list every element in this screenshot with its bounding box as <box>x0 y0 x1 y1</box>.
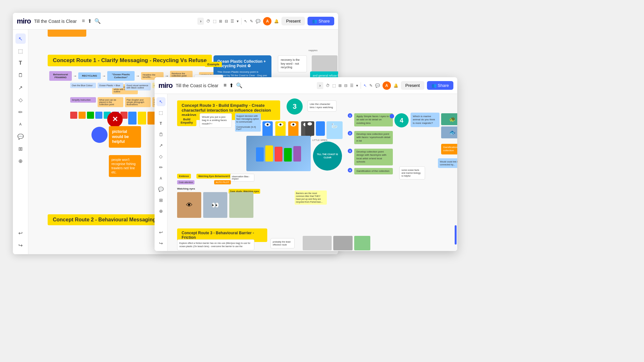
barriers-text-box: Barriers are the most common litter that… <box>295 190 327 205</box>
tool-pen[interactable]: ✏ <box>15 107 26 117</box>
ocean-box-title: Ocean Plastic Collection + Recycling Poi… <box>217 59 268 68</box>
support-box-2: Communicate (Is it) Fun? <box>235 125 261 132</box>
tool-redo[interactable]: ↪ <box>15 240 26 250</box>
icon-sq-4 <box>95 112 102 119</box>
front-separator <box>361 82 361 89</box>
front-search-icon[interactable]: 🔍 <box>236 82 242 88</box>
back-table-icon: ⊟ <box>225 19 228 23</box>
tool-cursor[interactable]: ↖ <box>15 33 26 44</box>
front-tool-connect[interactable]: ↗ <box>156 141 166 150</box>
back-share-button[interactable]: 👥 Share <box>308 17 334 25</box>
auto-pilot-sticky: AUTO PILOT <box>214 180 231 184</box>
tool-text2[interactable]: A <box>15 119 26 129</box>
front-tool-comment[interactable]: 💬 <box>156 185 166 194</box>
tool-frame2[interactable]: ⊞ <box>15 144 26 154</box>
icon-sq-1 <box>70 112 77 119</box>
right-scrollbar[interactable] <box>455 225 457 245</box>
front-nav-icon[interactable]: › <box>317 82 323 89</box>
character-bins <box>262 121 311 137</box>
tool-frames[interactable]: ⬚ <box>15 46 26 56</box>
some-ocean-sticky: some ocean facts and marine biology is h… <box>399 166 425 180</box>
front-tool-redo[interactable]: ↪ <box>156 239 166 248</box>
no-icon: ✕ <box>107 112 123 127</box>
front-upload-icon[interactable]: ⬆ <box>229 82 233 88</box>
front-list-icon: ☰ <box>350 83 354 88</box>
turtle-photo: 🐢 <box>441 113 457 125</box>
tool-text[interactable]: T <box>15 58 26 68</box>
front-tool-sticky[interactable]: 🗒 <box>156 130 166 139</box>
people-sticky: people won't recognise fishing trawlers … <box>109 155 141 177</box>
bin-pupil-3 <box>292 124 294 125</box>
observation-bias-box: observation Bias - impact <box>230 174 254 181</box>
back-nav-left[interactable]: › <box>197 18 204 25</box>
front-bell-icon[interactable]: 🔔 <box>393 83 398 88</box>
front-tool-undo[interactable]: ↩ <box>156 228 166 237</box>
photo-bins <box>256 145 301 162</box>
simplify-box: Simplify Instruction <box>70 97 96 103</box>
pb-1 <box>256 147 264 162</box>
eyes-photo-3 <box>229 192 253 218</box>
menu-icon[interactable]: ≡ <box>82 18 85 24</box>
front-tool-cursor[interactable]: ↖ <box>156 97 166 106</box>
watching-eyes-photos: 👁 👀 <box>177 192 253 218</box>
tool-undo[interactable]: ↩ <box>15 228 26 238</box>
front-tool-frames[interactable]: ⬚ <box>156 108 166 117</box>
tool-zoom[interactable]: ⊕ <box>15 156 26 166</box>
back-cursor-icon[interactable]: ↖ <box>244 19 247 23</box>
back-user-avatar: A <box>263 17 271 25</box>
front-comment-icon[interactable]: 💬 <box>375 83 380 88</box>
bin-large-blue: 🦢 <box>327 121 343 139</box>
tool-sticky[interactable]: 🗒 <box>15 70 26 80</box>
front-more-icon[interactable]: ▾ <box>356 83 358 88</box>
grab-attention-sticky: Grab attention <box>177 180 194 184</box>
back-titlebar-right: › ⏱ ⬚ ⊞ ⊟ ☰ ▾ ↖ ✎ 💬 A 🔔 Present 👥 Share <box>197 17 334 25</box>
orange-tab-back <box>48 30 86 37</box>
sticky-small-2: Own the Blue Colour <box>70 83 96 88</box>
front-user-avatar: A <box>383 81 391 90</box>
front-menu-icon[interactable]: ≡ <box>223 82 226 88</box>
cr3-barrier-desc: Explore effect a friction barrier has on… <box>177 239 254 250</box>
back-comment-icon[interactable]: 💬 <box>256 19 260 23</box>
front-share-button[interactable]: 👥 Share <box>427 81 453 90</box>
back-bell-icon[interactable]: 🔔 <box>274 19 279 23</box>
plan-box2: Plan English and simple pictograph illus… <box>125 97 151 107</box>
back-present-button[interactable]: Present <box>281 17 305 25</box>
back-titlebar: miro Till the Coast is Clear ≡ ⬆ 🔍 › ⏱ ⬚… <box>13 13 338 30</box>
bin-row-2: 🦢 <box>305 121 343 139</box>
front-pen-icon[interactable]: ✎ <box>369 83 373 88</box>
front-canvas: Concept Route 3 - Build Empathy - Create… <box>167 94 457 251</box>
step-4: 4 Gamification of the collection <box>348 168 393 174</box>
blue-circle <box>91 127 108 143</box>
eyes-photo-2: 👀 <box>203 192 227 218</box>
front-tool-frame2[interactable]: ⊞ <box>156 196 166 205</box>
search-icon[interactable]: 🔍 <box>94 18 101 24</box>
which-marine-sticky: Which is marine animal do you think is m… <box>411 113 440 127</box>
badge-4-front: 4 <box>394 113 409 127</box>
upload-icon[interactable]: ⬆ <box>88 18 92 24</box>
back-pen-icon[interactable]: ✎ <box>250 19 253 23</box>
step-1-text: Apply Simple faces / eyes to an add on l… <box>354 113 393 126</box>
back-list-icon: ☰ <box>231 19 234 23</box>
back-more-icon[interactable]: ▾ <box>237 19 239 23</box>
miro-logo-front: miro <box>158 81 173 90</box>
step-3-num: 3 <box>348 149 352 153</box>
napkins-label: nappies <box>308 49 317 52</box>
separator <box>241 18 242 24</box>
front-tool-text2[interactable]: A <box>156 174 166 183</box>
tool-connect[interactable]: ↗ <box>15 82 26 93</box>
badge-3-front: 3 <box>287 98 303 115</box>
section2-header: Concept Route 2 - Behavioural Messaging <box>48 214 161 225</box>
front-tool-pen[interactable]: ✏ <box>156 163 166 172</box>
front-cursor-icon[interactable]: ↖ <box>364 83 367 88</box>
front-tool-shapes[interactable]: ◇ <box>156 152 166 161</box>
tool-comment[interactable]: 💬 <box>15 131 26 142</box>
tool-shapes[interactable]: ◇ <box>15 95 26 105</box>
front-tool-zoom[interactable]: ⊕ <box>156 207 166 216</box>
bin-char-3 <box>288 121 298 137</box>
front-frame-icon: ⬚ <box>332 83 336 88</box>
bin-pupil-1 <box>267 124 269 125</box>
front-tool-text[interactable]: T <box>156 119 166 128</box>
icon-sq-3 <box>87 112 94 119</box>
support-box-1: Support decision with face messaging opt… <box>235 113 261 125</box>
front-present-button[interactable]: Present <box>401 81 424 90</box>
